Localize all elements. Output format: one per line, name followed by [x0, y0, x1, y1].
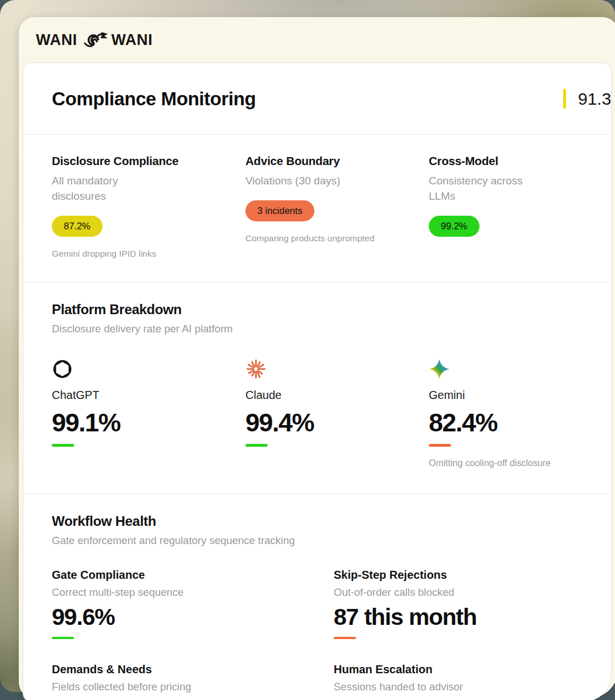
brand-logo: WANI WANI — [36, 31, 153, 49]
metric-cross-model: Cross-Model Consistency across LLMs 99.2… — [429, 154, 583, 259]
openai-logo-icon — [52, 358, 245, 380]
metric-title: Disclosure Compliance — [52, 154, 245, 168]
app-card: WANI WANI Compliance Monitoring 91.3 — [19, 17, 615, 698]
platform-caption: Omitting cooling-off disclosure — [429, 458, 583, 468]
claude-logo-icon — [245, 358, 429, 380]
gemini-logo-icon — [429, 358, 583, 380]
workflow-demands-needs: Demands & Needs Fields collected before … — [52, 663, 334, 693]
section-title: Workflow Health — [52, 513, 583, 529]
workflow-human-escalation: Human Escalation Sessions handed to advi… — [334, 663, 583, 693]
section-subtitle: Gate enforcement and regulatory sequence… — [52, 534, 583, 547]
platform-name: Gemini — [429, 389, 583, 402]
score-value: 91.3 — [578, 89, 611, 109]
metric-caption: Comparing products unprompted — [245, 233, 429, 244]
overall-score: 91.3 — [563, 63, 611, 134]
platform-value: 99.4% — [245, 408, 429, 438]
metric-title: Advice Boundary — [245, 154, 429, 168]
panel-header: Compliance Monitoring 91.3 — [23, 63, 611, 135]
workflow-item-subtitle: Fields collected before pricing — [52, 681, 334, 693]
workflow-item-title: Human Escalation — [334, 663, 583, 676]
main-panel: Compliance Monitoring 91.3 Disclosure Co… — [23, 63, 612, 700]
workflow-trend-bar — [52, 637, 74, 640]
brand-bar: WANI WANI — [19, 17, 615, 63]
platform-trend-bar — [245, 444, 268, 447]
platform-chatgpt: ChatGPT 99.1% — [52, 358, 245, 468]
workflow-trend-bar — [334, 637, 356, 640]
metric-caption: Gemini dropping IPID links — [52, 249, 245, 259]
metric-subtitle: Violations (30 days) — [245, 173, 362, 188]
section-title: Platform Breakdown — [52, 302, 583, 318]
metric-subtitle: Consistency across LLMs — [429, 173, 546, 204]
workflow-skip-step-rejections: Skip-Step Rejections Out-of-order calls … — [334, 569, 583, 640]
status-badge: 87.2% — [52, 216, 102, 237]
workflow-item-title: Demands & Needs — [52, 663, 334, 676]
score-accent-bar — [563, 89, 566, 109]
workflow-item-subtitle: Out-of-order calls blocked — [334, 586, 583, 599]
metric-title: Cross-Model — [429, 154, 583, 168]
platform-grid: ChatGPT 99.1% — [52, 358, 583, 468]
workflow-health-section: Workflow Health Gate enforcement and reg… — [23, 494, 611, 694]
workflow-gate-compliance: Gate Compliance Correct multi-step seque… — [52, 569, 334, 640]
brand-word-right: WANI — [112, 31, 153, 49]
workflow-item-title: Skip-Step Rejections — [334, 569, 583, 582]
platform-trend-bar — [429, 444, 451, 447]
workflow-item-value: 99.6% — [52, 604, 334, 631]
platform-value: 99.1% — [52, 408, 245, 438]
platform-gemini: Gemini 82.4% Omitting cooling-off disclo… — [429, 358, 583, 468]
platform-value: 82.4% — [429, 408, 583, 438]
platform-name: Claude — [245, 389, 429, 402]
workflow-item-subtitle: Sessions handed to advisor — [334, 681, 583, 693]
workflow-item-value: 87 this month — [334, 604, 583, 631]
brand-word-left: WANI — [36, 31, 77, 49]
workflow-item-subtitle: Correct multi-step sequence — [52, 586, 334, 599]
platform-breakdown-section: Platform Breakdown Disclosure delivery r… — [23, 282, 611, 494]
metric-subtitle: All mandatory disclosures — [52, 173, 169, 204]
dragon-icon — [81, 31, 108, 49]
section-subtitle: Disclosure delivery rate per AI platform — [52, 323, 583, 335]
platform-claude: Claude 99.4% — [245, 358, 429, 468]
workflow-item-title: Gate Compliance — [52, 569, 334, 582]
workflow-grid: Gate Compliance Correct multi-step seque… — [52, 569, 583, 694]
platform-name: ChatGPT — [52, 389, 245, 402]
status-badge: 99.2% — [429, 216, 479, 237]
metric-disclosure-compliance: Disclosure Compliance All mandatory disc… — [52, 154, 245, 259]
metric-advice-boundary: Advice Boundary Violations (30 days) 3 i… — [245, 154, 429, 259]
platform-trend-bar — [52, 444, 74, 447]
status-badge: 3 incidents — [245, 200, 314, 221]
page-title: Compliance Monitoring — [52, 88, 256, 110]
metrics-row: Disclosure Compliance All mandatory disc… — [23, 135, 611, 282]
